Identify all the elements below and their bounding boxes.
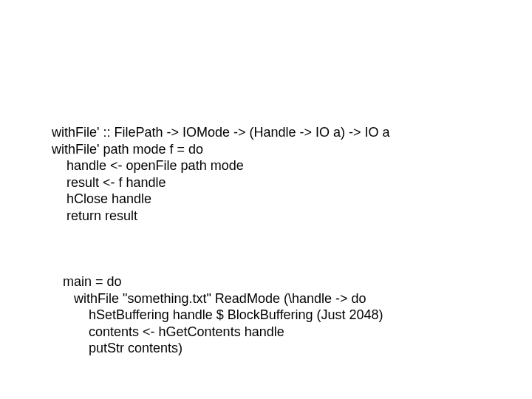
code-line: return result xyxy=(52,208,137,223)
code-line: putStr contents) xyxy=(59,341,183,355)
code-line: main = do xyxy=(59,274,122,289)
slide: withFile' :: FilePath -> IOMode -> (Hand… xyxy=(0,0,532,399)
code-block-withfile: withFile' :: FilePath -> IOMode -> (Hand… xyxy=(52,124,390,224)
code-line: contents <- hGetContents handle xyxy=(59,324,284,339)
code-line: hClose handle xyxy=(52,191,151,206)
code-line: hSetBuffering handle $ BlockBuffering (J… xyxy=(59,307,383,322)
code-line: withFile "something.txt" ReadMode (\hand… xyxy=(59,291,366,306)
code-line: withFile' path mode f = do xyxy=(52,142,203,157)
code-line: withFile' :: FilePath -> IOMode -> (Hand… xyxy=(52,125,390,140)
code-line: result <- f handle xyxy=(52,175,166,190)
code-block-main: main = do withFile "something.txt" ReadM… xyxy=(59,273,383,357)
code-line: handle <- openFile path mode xyxy=(52,158,244,173)
